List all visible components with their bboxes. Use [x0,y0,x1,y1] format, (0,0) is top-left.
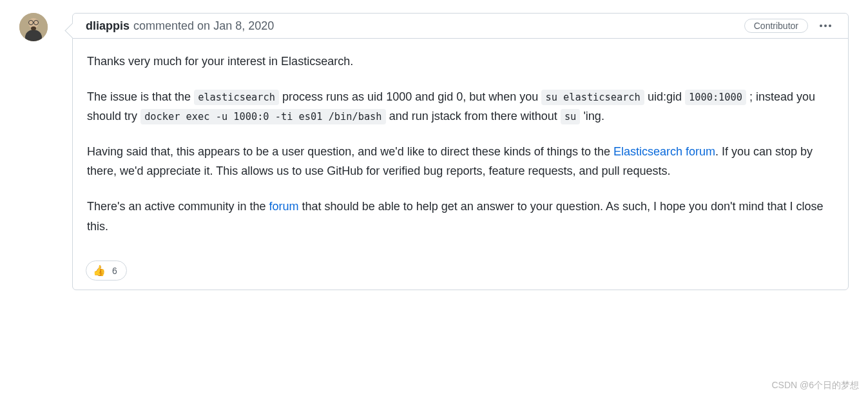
forum-link[interactable]: forum [269,200,299,213]
thumbs-up-icon: 👍 [93,264,106,277]
contributor-badge: Contributor [744,19,808,33]
comment-timeline-item: dliappis commented on Jan 8, 2020 Contri… [19,13,849,290]
paragraph: Having said that, this appears to be a u… [87,142,834,181]
avatar[interactable] [19,13,48,41]
comment-container: dliappis commented on Jan 8, 2020 Contri… [72,13,849,290]
comment-header: dliappis commented on Jan 8, 2020 Contri… [73,14,848,39]
comment-body: Thanks very much for your interest in El… [73,39,848,258]
inline-code: su [561,109,581,124]
paragraph: There's an active community in the forum… [87,197,834,236]
reaction-count: 6 [112,266,117,276]
inline-code: su elasticsearch [541,90,644,105]
forum-link[interactable]: Elasticsearch forum [613,145,715,158]
svg-point-5 [31,26,36,30]
thumbs-up-reaction[interactable]: 👍 6 [86,261,127,281]
avatar-image [19,13,48,41]
inline-code: 1000:1000 [685,90,746,105]
paragraph: Thanks very much for your interest in El… [87,52,834,72]
comment-header-meta: dliappis commented on Jan 8, 2020 [86,19,274,33]
inline-code: docker exec -u 1000:0 -ti es01 /bin/bash [140,109,386,124]
paragraph: The issue is that the elasticsearch proc… [87,87,834,126]
kebab-menu-icon[interactable] [816,21,835,31]
reactions-bar: 👍 6 [73,258,848,290]
comment-date: Jan 8, 2020 [213,19,274,32]
inline-code: elasticsearch [194,90,279,105]
commented-label: commented on Jan 8, 2020 [133,19,274,33]
author-link[interactable]: dliappis [86,19,130,33]
